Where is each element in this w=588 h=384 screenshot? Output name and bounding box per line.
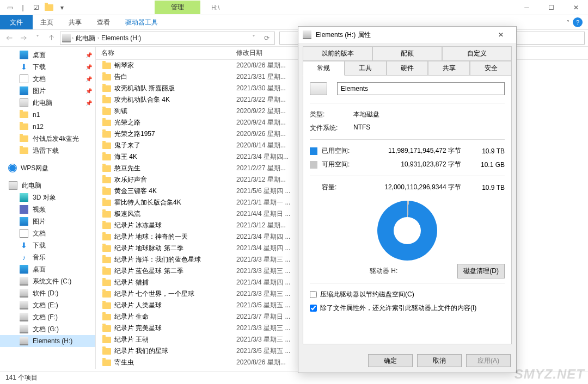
ribbon-home-tab[interactable]: 主页 — [33, 15, 61, 29]
folder-icon — [102, 97, 111, 103]
ribbon-share-tab[interactable]: 共享 — [61, 15, 89, 29]
crumb-current[interactable]: Elements (H:) — [100, 34, 142, 42]
dialog-tab[interactable]: 安全 — [470, 61, 512, 76]
manage-context-tab[interactable]: 管理 — [155, 1, 200, 14]
nav-label: 音乐 — [33, 253, 46, 262]
compress-checkbox[interactable]: 压缩此驱动器以节约磁盘空间(C) — [310, 288, 505, 301]
nav-forward-button[interactable]: 🡢 — [17, 32, 29, 44]
disk-cleanup-button[interactable]: 磁盘清理(D) — [457, 264, 505, 278]
maximize-button[interactable]: ☐ — [539, 0, 564, 15]
nav-item[interactable]: 文档 (G:) — [0, 323, 95, 335]
nav-item[interactable]: 此电脑📌 — [0, 97, 95, 109]
nav-up-button[interactable]: 🡡 — [46, 32, 58, 44]
nav-item[interactable]: 文档 (F:) — [0, 311, 95, 323]
folder-icon — [102, 291, 111, 298]
file-name: 钢琴家 — [114, 61, 134, 70]
dialog-tab[interactable]: 共享 — [428, 61, 470, 76]
chevron-right-icon[interactable]: › — [72, 35, 74, 41]
nav-item[interactable]: 迅雷下载 — [0, 145, 95, 157]
nav-label: 下载 — [33, 241, 46, 250]
free-swatch-icon — [310, 161, 317, 169]
nav-label: 3D 对象 — [33, 193, 56, 202]
cancel-button[interactable]: 取消 — [417, 354, 462, 367]
dialog-tab[interactable]: 常规 — [303, 61, 345, 76]
dialog-tab[interactable]: 配额 — [372, 46, 442, 61]
folder-icon — [102, 165, 111, 172]
folder-icon — [102, 108, 111, 115]
nav-item[interactable]: n12 — [0, 121, 95, 133]
capacity-human: 10.9 TB — [472, 184, 505, 191]
ribbon-drive-tools-tab[interactable]: 驱动器工具 — [118, 15, 166, 29]
apply-button[interactable]: 应用(A) — [466, 354, 511, 367]
dialog-tab[interactable]: 硬件 — [387, 61, 428, 76]
dialog-tab[interactable]: 以前的版本 — [303, 46, 372, 61]
index-checkbox[interactable]: 除了文件属性外，还允许索引此驱动器上文件的内容(I) — [310, 301, 505, 315]
capacity-label: 容量: — [322, 183, 361, 192]
nav-item[interactable]: 付钱后发4k蓝光 — [0, 133, 95, 145]
nav-back-button[interactable]: 🡠 — [3, 32, 15, 44]
nav-item[interactable]: 图片📌 — [0, 85, 95, 97]
nav-tree[interactable]: 桌面📌⬇下载📌文档📌图片📌此电脑📌n1n12付钱后发4k蓝光迅雷下载WPS网盘此… — [0, 47, 96, 369]
file-name: 纪录片 蓝色星球 第二季 — [114, 267, 183, 276]
ok-button[interactable]: 确定 — [368, 354, 413, 367]
qat-dropdown-icon[interactable]: ▾ — [57, 2, 68, 13]
crumb-thispc[interactable]: 此电脑 — [75, 34, 96, 43]
nav-item[interactable]: n1 — [0, 109, 95, 121]
volume-name-input[interactable] — [337, 82, 505, 95]
close-button[interactable]: ✕ — [564, 0, 588, 15]
folder-icon — [102, 120, 111, 126]
file-name: 憨豆先生 — [114, 164, 140, 173]
ribbon-file-tab[interactable]: 文件 — [0, 15, 33, 29]
pc-icon — [9, 181, 17, 190]
ribbon-view-tab[interactable]: 查看 — [89, 15, 118, 29]
file-name: 极速风流 — [114, 209, 140, 219]
folder-icon — [102, 268, 111, 275]
address-dropdown-icon[interactable]: ˅ — [248, 32, 260, 44]
dialog-tab[interactable]: 工具 — [345, 61, 387, 76]
nav-item[interactable]: 桌面📌 — [0, 49, 95, 61]
nav-item[interactable]: 3D 对象 — [0, 191, 95, 203]
nav-label: 文档 (E:) — [33, 301, 58, 310]
nav-item[interactable]: ⬇下载📌 — [0, 61, 95, 73]
nav-item[interactable]: 系统文件 (C:) — [0, 275, 95, 287]
nav-item[interactable]: 视频 — [0, 203, 95, 215]
type-value: 本地磁盘 — [353, 110, 505, 119]
help-icon[interactable]: ? — [573, 17, 583, 27]
nav-item[interactable]: 文档📌 — [0, 73, 95, 85]
file-name: 海王 4K — [114, 152, 137, 162]
wps-icon — [9, 164, 16, 172]
nav-item[interactable]: ⬇下载 — [0, 239, 95, 251]
3d-icon — [20, 193, 28, 202]
nav-label: WPS网盘 — [21, 164, 48, 173]
nav-label: n12 — [33, 123, 44, 131]
folder-icon — [102, 200, 111, 206]
pin-icon: 📌 — [85, 76, 92, 82]
nav-item[interactable]: WPS网盘 — [0, 162, 95, 174]
chevron-right-icon[interactable]: › — [97, 35, 99, 41]
nav-item[interactable]: 文档 — [0, 227, 95, 239]
breadcrumb-bar[interactable]: › 此电脑 › Elements (H:) ˅ ⟳ — [60, 32, 275, 45]
folder-icon — [102, 280, 111, 286]
nav-item[interactable]: 桌面 — [0, 263, 95, 275]
nav-item[interactable]: 图片 — [0, 215, 95, 227]
capacity-bytes: 12,000,110,296,9344 字节 — [361, 183, 472, 192]
minimize-button[interactable]: ─ — [514, 0, 539, 15]
nav-item[interactable]: ♪音乐 — [0, 251, 95, 263]
type-label: 类型: — [310, 110, 353, 119]
nav-label: 系统文件 (C:) — [33, 277, 71, 286]
nav-item[interactable]: 文档 (E:) — [0, 299, 95, 311]
nav-recent-icon[interactable]: ˅ — [32, 32, 44, 44]
used-swatch-icon — [310, 147, 317, 155]
column-name[interactable]: 名称 — [96, 48, 236, 58]
titlebar: ▭ | ☑ ▾ 管理 H:\ ─ ☐ ✕ — [0, 0, 588, 15]
dialog-tab[interactable]: 自定义 — [442, 46, 512, 61]
nav-item[interactable]: 此电脑 — [0, 179, 95, 191]
ribbon-collapse-icon[interactable]: ˅ — [567, 20, 569, 26]
nav-label: 桌面 — [33, 265, 46, 274]
nav-item[interactable]: Elements (H:) — [0, 335, 95, 347]
dialog-close-button[interactable]: ✕ — [490, 31, 512, 39]
qat-checkbox-icon[interactable]: ☑ — [30, 2, 41, 13]
refresh-icon[interactable]: ⟳ — [261, 32, 273, 44]
dialog-titlebar[interactable]: Elements (H:) 属性 ✕ — [298, 27, 516, 43]
nav-item[interactable]: 软件 (D:) — [0, 287, 95, 299]
